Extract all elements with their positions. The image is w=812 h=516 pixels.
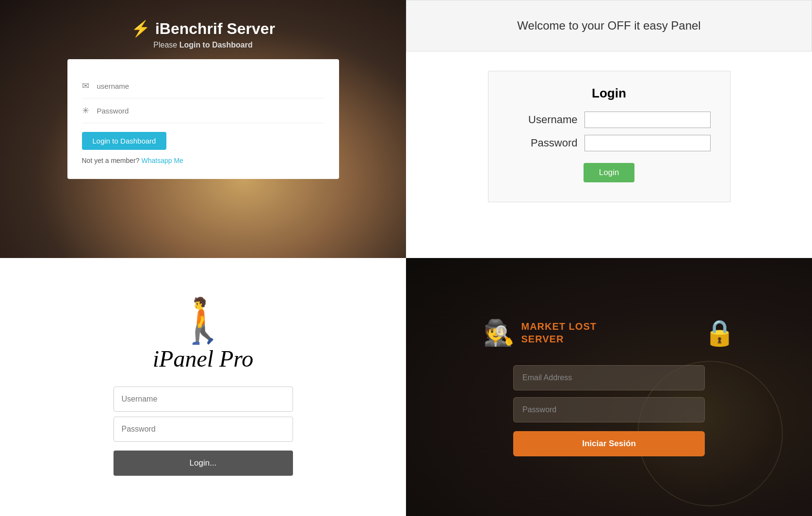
panel4-marketlost: 🕵️ MARKET LOSTSERVER 🔒 Iniciar Sesión (406, 258, 812, 516)
envelope-icon: ✉ (82, 81, 89, 91)
flash-icon: ⚡ (131, 19, 150, 38)
panel4-email-input[interactable] (513, 365, 705, 390)
panel3-logo: 🚶 iPanel Pro (153, 299, 254, 372)
panel3-username-input[interactable] (114, 387, 293, 412)
username-input[interactable] (97, 82, 325, 90)
whatsapp-link[interactable]: Whatsapp Me (141, 157, 183, 164)
panel2-login-button[interactable]: Login (584, 163, 635, 182)
panel3-title: iPanel Pro (153, 345, 254, 372)
panel4-password-input[interactable] (513, 397, 705, 422)
panel1-title: ⚡ iBenchrif Server (131, 19, 275, 38)
panel3-login-button[interactable]: Login... (114, 451, 293, 476)
password-input[interactable] (97, 107, 325, 115)
panel4-login-button[interactable]: Iniciar Sesión (513, 431, 705, 456)
hacker-icon: 🕵️ (483, 318, 515, 348)
panel1-footer: Not yet a member? Whatsapp Me (82, 157, 325, 164)
panel2-password-row: Password (508, 135, 711, 151)
password-field-row: ✳ (82, 98, 325, 123)
panel2-password-input[interactable] (585, 135, 711, 151)
panel1-login-button[interactable]: Login to Dashboard (82, 132, 167, 150)
panel1-form: ✉ ✳ Login to Dashboard Not yet a member?… (67, 59, 339, 179)
panel1-subtitle: Please Login to Dashboard (131, 41, 275, 49)
panel2-password-label: Password (531, 137, 578, 149)
panel3-password-input[interactable] (114, 417, 293, 442)
panel1-ibenchrif: ⚡ iBenchrif Server Please Login to Dashb… (0, 0, 406, 258)
panel3-ipanelpro: 🚶 iPanel Pro Login... (0, 258, 406, 516)
panel2-username-label: Username (528, 113, 577, 126)
panel2-login-box: Login Username Password Login (488, 71, 731, 202)
panel1-header: ⚡ iBenchrif Server Please Login to Dashb… (131, 0, 275, 59)
username-field-row: ✉ (82, 74, 325, 98)
walking-figure-icon: 🚶 (176, 299, 230, 342)
panel4-brand: 🕵️ MARKET LOSTSERVER (483, 318, 597, 348)
lock-icon: 🔒 (704, 318, 735, 348)
panel4-header: 🕵️ MARKET LOSTSERVER 🔒 (483, 318, 735, 348)
panel2-offiteasy: Welcome to your OFF it easy Panel Login … (406, 0, 812, 258)
panel2-login-heading: Login (508, 86, 711, 101)
panel2-welcome-bar: Welcome to your OFF it easy Panel (406, 0, 812, 51)
panel4-brand-text: MARKET LOSTSERVER (521, 320, 597, 345)
panel4-content: 🕵️ MARKET LOSTSERVER 🔒 Iniciar Sesión (406, 318, 812, 456)
asterisk-icon: ✳ (82, 105, 89, 116)
panel2-username-row: Username (508, 112, 711, 128)
panel2-username-input[interactable] (585, 112, 711, 128)
